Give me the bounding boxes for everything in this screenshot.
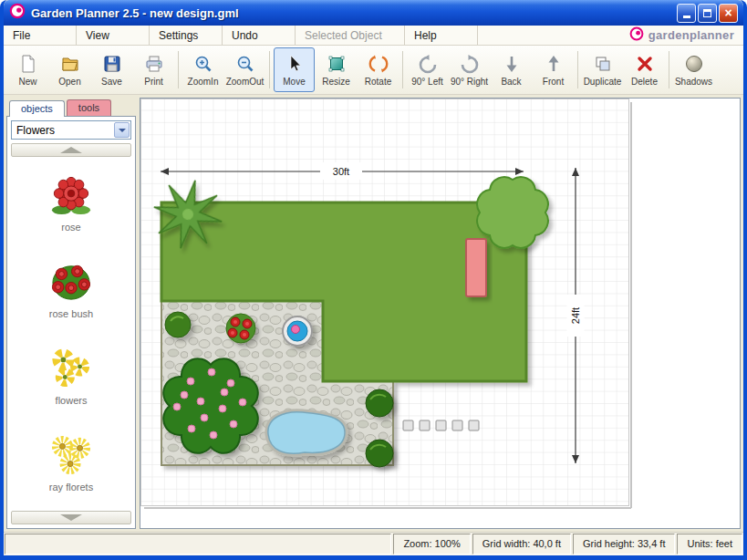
- menu-settings[interactable]: Settings: [150, 26, 223, 45]
- rotate-90-right-button[interactable]: 90° Right: [449, 47, 490, 92]
- move-button[interactable]: Move: [274, 47, 315, 92]
- objects-panel: Flowers rose: [6, 116, 136, 529]
- rose-icon: [50, 175, 92, 219]
- triangle-up-icon: [60, 147, 82, 153]
- window-title: Garden Planner 2.5 - new design.gml: [31, 6, 239, 20]
- menu-help[interactable]: Help: [405, 26, 478, 45]
- list-item-rose[interactable]: rose: [50, 175, 92, 233]
- tab-objects[interactable]: objects: [9, 100, 65, 117]
- status-grid-width: Grid width: 40,0 ft: [472, 534, 571, 555]
- toolbar-separator: [669, 51, 669, 88]
- open-folder-icon: [60, 54, 80, 74]
- brand-text: gardenplanner: [648, 28, 734, 42]
- item-label: ray florets: [49, 482, 93, 493]
- pool[interactable]: [268, 412, 345, 453]
- delete-button[interactable]: Delete: [624, 47, 665, 92]
- delete-x-icon: [635, 54, 655, 74]
- sidebar-tabs: objects tools: [6, 98, 136, 116]
- status-units: Units: feet: [677, 534, 742, 555]
- printer-icon: [144, 54, 164, 74]
- status-bar: Zoom: 100% Grid width: 40,0 ft Grid heig…: [4, 532, 743, 555]
- bench[interactable]: [466, 239, 486, 296]
- rose-cluster[interactable]: [226, 314, 255, 343]
- garden-scene[interactable]: 30ft 24ft: [140, 99, 741, 527]
- zoom-out-button[interactable]: ZoomOut: [224, 47, 265, 92]
- gardenplanner-logo-icon: [629, 26, 644, 45]
- round-bush-2[interactable]: [366, 440, 393, 467]
- dim-height-label: 24ft: [570, 307, 581, 324]
- arrow-up-icon: [544, 54, 564, 74]
- fountain[interactable]: [283, 316, 312, 346]
- toolbar-separator: [402, 51, 403, 88]
- rotate-arrows-icon: [368, 54, 389, 74]
- rotate-90-left-button[interactable]: 90° Left: [407, 47, 448, 92]
- open-button[interactable]: Open: [49, 47, 90, 92]
- toolbar-separator: [269, 51, 270, 88]
- rose-bush-icon: [50, 262, 92, 306]
- open-button-label: Open: [58, 77, 80, 87]
- close-icon: ×: [724, 6, 731, 19]
- bring-front-label: Front: [543, 77, 564, 87]
- zoom-in-button-label: ZoomIn: [188, 77, 219, 87]
- category-dropdown[interactable]: Flowers: [11, 120, 131, 140]
- duplicate-icon: [593, 54, 613, 74]
- toolbar-separator: [178, 51, 179, 88]
- rotate-left-icon: [418, 54, 438, 74]
- save-disk-icon: [102, 54, 122, 74]
- duplicate-button-label: Duplicate: [584, 77, 622, 87]
- toolbar: New Open Save Print ZoomIn ZoomOut Move: [4, 46, 743, 95]
- list-item-rose-bush[interactable]: rose bush: [49, 262, 93, 319]
- minimize-button[interactable]: [677, 4, 696, 23]
- object-sidebar: objects tools Flowers: [6, 98, 136, 529]
- status-grid-height: Grid height: 33,4 ft: [573, 534, 676, 555]
- dropdown-button[interactable]: [114, 122, 130, 138]
- bring-front-button[interactable]: Front: [533, 47, 574, 92]
- resize-button-label: Resize: [322, 77, 350, 87]
- send-back-button[interactable]: Back: [491, 47, 532, 92]
- delete-button-label: Delete: [631, 77, 658, 87]
- scroll-down-button[interactable]: [11, 511, 131, 524]
- menu-file[interactable]: File: [4, 26, 77, 45]
- app-window: Garden Planner 2.5 - new design.gml × Fi…: [0, 0, 747, 560]
- round-bush-1[interactable]: [366, 389, 393, 417]
- duplicate-button[interactable]: Duplicate: [582, 47, 623, 92]
- rotate-right-icon: [460, 54, 480, 74]
- shadows-button-label: Shadows: [675, 77, 712, 87]
- menu-selected-object: Selected Object: [296, 26, 405, 45]
- print-button[interactable]: Print: [133, 47, 174, 92]
- item-label: rose bush: [49, 308, 93, 319]
- zoom-out-icon: [235, 54, 255, 74]
- title-bar[interactable]: Garden Planner 2.5 - new design.gml ×: [4, 0, 743, 26]
- item-label: flowers: [56, 395, 88, 406]
- ray-florets-icon: [50, 435, 92, 479]
- rotate-button[interactable]: Rotate: [358, 47, 399, 92]
- scroll-up-button[interactable]: [11, 143, 131, 157]
- rotate-button-label: Rotate: [365, 77, 391, 87]
- list-item-ray-florets[interactable]: ray florets: [49, 435, 93, 493]
- resize-button[interactable]: Resize: [316, 47, 357, 92]
- rotate-90-left-label: 90° Left: [411, 77, 443, 87]
- design-canvas[interactable]: 30ft 24ft: [140, 98, 741, 529]
- new-page-icon: [18, 54, 38, 74]
- zoom-in-icon: [193, 54, 213, 74]
- status-spacer: [5, 534, 391, 555]
- zoom-in-button[interactable]: ZoomIn: [182, 47, 223, 92]
- shadows-button[interactable]: Shadows: [673, 47, 714, 92]
- list-item-flowers[interactable]: flowers: [50, 348, 92, 406]
- print-button-label: Print: [144, 77, 163, 87]
- tab-tools[interactable]: tools: [67, 99, 111, 116]
- toolbar-separator: [577, 51, 578, 88]
- triangle-down-icon: [60, 514, 82, 521]
- dim-width-label: 30ft: [333, 166, 349, 177]
- small-bush[interactable]: [165, 312, 191, 337]
- save-button[interactable]: Save: [91, 47, 132, 92]
- close-button[interactable]: ×: [719, 4, 738, 23]
- chevron-down-icon: [119, 129, 126, 132]
- new-button[interactable]: New: [7, 47, 48, 92]
- send-back-label: Back: [501, 77, 521, 87]
- maximize-button[interactable]: [698, 4, 717, 23]
- move-button-label: Move: [283, 77, 305, 87]
- cursor-arrow-icon: [285, 54, 305, 74]
- menu-view[interactable]: View: [77, 26, 150, 45]
- menu-undo[interactable]: Undo: [223, 26, 296, 45]
